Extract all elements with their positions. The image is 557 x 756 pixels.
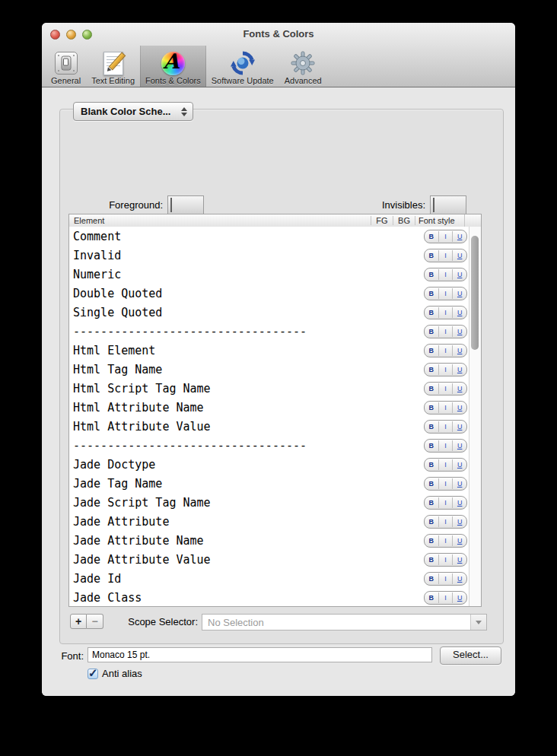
foreground-color-well[interactable] bbox=[167, 195, 204, 214]
bold-button[interactable]: B bbox=[425, 231, 438, 242]
bold-button[interactable]: B bbox=[425, 459, 438, 470]
table-row[interactable]: Jade Attribute B I U bbox=[69, 512, 469, 531]
underline-button[interactable]: U bbox=[453, 326, 466, 337]
italic-button[interactable]: I bbox=[438, 307, 454, 318]
italic-button[interactable]: I bbox=[438, 478, 454, 489]
underline-button[interactable]: U bbox=[453, 592, 466, 603]
italic-button[interactable]: I bbox=[438, 497, 454, 508]
bold-button[interactable]: B bbox=[425, 573, 438, 584]
table-row[interactable]: Html Element B I U bbox=[69, 341, 469, 360]
bold-button[interactable]: B bbox=[425, 535, 438, 546]
bold-button[interactable]: B bbox=[425, 307, 438, 318]
bold-button[interactable]: B bbox=[425, 345, 438, 356]
tab-advanced[interactable]: Advanced bbox=[279, 46, 327, 87]
underline-button[interactable]: U bbox=[453, 554, 466, 565]
table-row[interactable]: Html Attribute Name B I U bbox=[69, 398, 469, 417]
table-row[interactable]: Jade Attribute Value B I U bbox=[69, 550, 469, 569]
underline-button[interactable]: U bbox=[453, 402, 466, 413]
title-bar[interactable]: Fonts & Colors bbox=[42, 23, 515, 46]
bold-button[interactable]: B bbox=[425, 288, 438, 299]
bold-button[interactable]: B bbox=[425, 364, 438, 375]
bold-button[interactable]: B bbox=[425, 269, 438, 280]
underline-button[interactable]: U bbox=[453, 269, 466, 280]
italic-button[interactable]: I bbox=[438, 231, 454, 242]
table-row[interactable]: Html Tag Name B I U bbox=[69, 360, 469, 379]
table-row[interactable]: Jade Script Tag Name B I U bbox=[69, 493, 469, 512]
underline-button[interactable]: U bbox=[453, 231, 466, 242]
table-row[interactable]: Comment B I U bbox=[69, 227, 469, 246]
column-header-element[interactable]: Element bbox=[69, 216, 371, 225]
table-row[interactable]: Html Attribute Value B I U bbox=[69, 417, 469, 436]
bold-button[interactable]: B bbox=[425, 478, 438, 489]
table-row[interactable]: Jade Tag Name B I U bbox=[69, 474, 469, 493]
italic-button[interactable]: I bbox=[438, 516, 454, 527]
tab-fonts-colors[interactable]: A Fonts & Colors bbox=[140, 46, 206, 87]
italic-button[interactable]: I bbox=[438, 592, 454, 603]
bold-button[interactable]: B bbox=[425, 402, 438, 413]
column-header-bg[interactable]: BG bbox=[393, 216, 415, 225]
underline-button[interactable]: U bbox=[453, 288, 466, 299]
italic-button[interactable]: I bbox=[438, 288, 454, 299]
bold-button[interactable]: B bbox=[425, 554, 438, 565]
underline-button[interactable]: U bbox=[453, 345, 466, 356]
bold-button[interactable]: B bbox=[425, 421, 438, 432]
bold-button[interactable]: B bbox=[425, 440, 438, 451]
italic-button[interactable]: I bbox=[438, 421, 454, 432]
italic-button[interactable]: I bbox=[438, 269, 454, 280]
italic-button[interactable]: I bbox=[438, 402, 454, 413]
table-row[interactable]: Double Quoted B I U bbox=[69, 284, 469, 303]
scope-selector-combobox[interactable]: No Selection bbox=[202, 614, 487, 631]
bold-button[interactable]: B bbox=[425, 592, 438, 603]
italic-button[interactable]: I bbox=[438, 459, 454, 470]
table-row[interactable]: ---------------------------------- B I U bbox=[69, 322, 469, 341]
italic-button[interactable]: I bbox=[438, 345, 454, 356]
italic-button[interactable]: I bbox=[438, 326, 454, 337]
bold-button[interactable]: B bbox=[425, 383, 438, 394]
underline-button[interactable]: U bbox=[453, 383, 466, 394]
column-header-font-style[interactable]: Font style bbox=[415, 216, 464, 225]
italic-button[interactable]: I bbox=[438, 250, 454, 261]
underline-button[interactable]: U bbox=[453, 535, 466, 546]
underline-button[interactable]: U bbox=[453, 478, 466, 489]
scrollbar-thumb[interactable] bbox=[471, 236, 479, 350]
underline-button[interactable]: U bbox=[453, 497, 466, 508]
italic-button[interactable]: I bbox=[438, 535, 454, 546]
table-row[interactable]: ---------------------------------- B I U bbox=[69, 436, 469, 455]
table-row[interactable]: Invalid B I U bbox=[69, 246, 469, 265]
color-scheme-popup[interactable]: Blank Color Sche... bbox=[73, 102, 193, 121]
combo-dropdown-button[interactable] bbox=[470, 615, 486, 630]
anti-alias-checkbox[interactable] bbox=[88, 669, 98, 679]
underline-button[interactable]: U bbox=[453, 364, 466, 375]
tab-software-update[interactable]: Software Update bbox=[206, 46, 279, 87]
table-row[interactable]: Single Quoted B I U bbox=[69, 303, 469, 322]
bold-button[interactable]: B bbox=[425, 326, 438, 337]
underline-button[interactable]: U bbox=[453, 250, 466, 261]
italic-button[interactable]: I bbox=[438, 364, 454, 375]
underline-button[interactable]: U bbox=[453, 421, 466, 432]
font-select-button[interactable]: Select... bbox=[440, 646, 501, 665]
table-row[interactable]: Jade Id B I U bbox=[69, 569, 469, 588]
underline-button[interactable]: U bbox=[453, 459, 466, 470]
italic-button[interactable]: I bbox=[438, 573, 454, 584]
table-row[interactable]: Jade Doctype B I U bbox=[69, 455, 469, 474]
add-element-button[interactable]: + bbox=[70, 614, 87, 629]
column-header-fg[interactable]: FG bbox=[371, 216, 393, 225]
underline-button[interactable]: U bbox=[453, 573, 466, 584]
underline-button[interactable]: U bbox=[453, 307, 466, 318]
italic-button[interactable]: I bbox=[438, 554, 454, 565]
remove-element-button[interactable]: − bbox=[87, 614, 103, 629]
table-scrollbar[interactable] bbox=[469, 227, 481, 606]
underline-button[interactable]: U bbox=[453, 440, 466, 451]
tab-general[interactable]: General bbox=[46, 46, 86, 87]
italic-button[interactable]: I bbox=[438, 383, 454, 394]
table-row[interactable]: Jade Attribute Name B I U bbox=[69, 531, 469, 550]
invisibles-color-well[interactable] bbox=[430, 195, 466, 214]
tab-text-editing[interactable]: Text Editing bbox=[86, 46, 140, 87]
underline-button[interactable]: U bbox=[453, 516, 466, 527]
table-row[interactable]: Jade Class B I U bbox=[69, 588, 469, 606]
bold-button[interactable]: B bbox=[425, 497, 438, 508]
font-field[interactable] bbox=[88, 647, 432, 662]
table-row[interactable]: Html Script Tag Name B I U bbox=[69, 379, 469, 398]
table-row[interactable]: Numeric B I U bbox=[69, 265, 469, 284]
bold-button[interactable]: B bbox=[425, 250, 438, 261]
